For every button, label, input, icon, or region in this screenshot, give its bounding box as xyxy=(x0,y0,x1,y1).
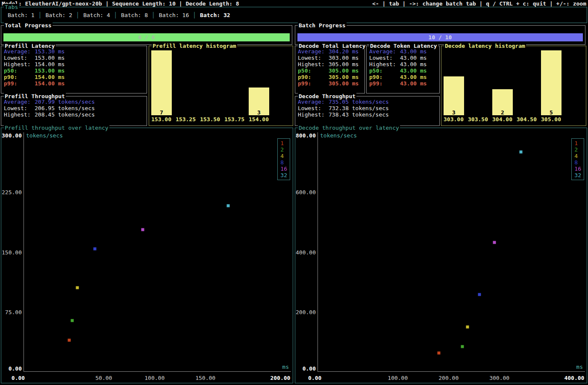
tabs-panel: Tabs Batch: 1│Batch: 2│Batch: 4│Batch: 8… xyxy=(1,7,587,23)
y-tick-label: 0.00 xyxy=(9,365,22,372)
hist-bar: 2 xyxy=(492,89,513,115)
stat-average: Average:304.20 ms xyxy=(298,48,362,55)
model-info: Model: EleutherAI/gpt-neox-20b | Sequenc… xyxy=(2,0,239,7)
hist-tick-label: 153.75 xyxy=(224,116,245,123)
stat-lowest: Lowest:732.38 tokens/secs xyxy=(298,105,437,111)
hist-bar-count: 3 xyxy=(444,109,464,116)
decode-latency-histogram: Decode latency histogram 325 303.00303.5… xyxy=(441,46,586,126)
hist-column: 3 xyxy=(249,50,269,115)
legend-item-batch-2: 2 xyxy=(280,146,287,153)
total-progress-title: Total Progress xyxy=(4,22,53,29)
stat-row-label: Lowest: xyxy=(4,55,35,61)
hist-tick-label: 154.00 xyxy=(249,116,269,123)
decode-total-latency-title: Decode Total Latency xyxy=(298,43,367,49)
decode-histogram-axis: 303.00303.50304.00304.50305.00 xyxy=(443,116,584,123)
hist-column xyxy=(517,50,537,115)
prefill-histogram-title: Prefill latency histogram xyxy=(152,43,237,49)
scatter-point-batch-16 xyxy=(141,228,144,231)
terminal-screen: Model: EleutherAI/gpt-neox-20b | Sequenc… xyxy=(0,0,588,385)
stat-row-label: p99: xyxy=(369,80,400,87)
decode-throughput-title: Decode Throughput xyxy=(298,93,356,99)
stat-lowest: Lowest:303.00 ms xyxy=(298,55,362,61)
decode-y-unit-label: tokens/secs xyxy=(320,132,357,139)
legend-item-batch-1: 1 xyxy=(574,140,581,146)
decode-token-latency-title: Decode Token Latency xyxy=(369,43,438,49)
stat-row-value: 153.30 ms xyxy=(35,48,65,55)
scatter-point-batch-16 xyxy=(493,241,496,244)
y-tick-label: 300.00 xyxy=(2,132,22,139)
scatter-point-batch-2 xyxy=(71,319,74,322)
x-tick-label: 0.00 xyxy=(12,375,25,381)
legend-item-batch-32: 32 xyxy=(574,172,581,178)
stat-average: Average:207.99 tokens/secs xyxy=(4,99,144,105)
x-tick-label: 50.00 xyxy=(95,375,112,381)
tab-batch-4[interactable]: Batch: 4 xyxy=(79,12,114,18)
legend-item-batch-16: 16 xyxy=(574,166,581,172)
hist-bar-count: 3 xyxy=(249,109,269,116)
stat-row-label: p90: xyxy=(369,74,400,80)
decode-scatter-x-axis: 0.00100.00200.00300.00400.00 xyxy=(297,373,585,381)
x-tick-label: 0.00 xyxy=(308,375,321,381)
stat-row-value: 43.00 ms xyxy=(400,74,427,80)
prefill-histogram-axis: 153.00153.25153.50153.75154.00 xyxy=(151,116,291,123)
tab-batch-2[interactable]: Batch: 2 xyxy=(41,12,76,18)
decode-token-latency-panel: Decode Token Latency Average:43.00 msLow… xyxy=(366,46,440,93)
stat-row-label: Highest: xyxy=(298,61,329,67)
tab-batch-1[interactable]: Batch: 1 xyxy=(4,12,38,18)
hist-column xyxy=(224,50,245,115)
decode-x-unit-label: ms xyxy=(576,364,583,370)
legend-item-batch-4: 4 xyxy=(280,153,287,159)
stat-row-value: 153.00 ms xyxy=(35,67,65,74)
stat-row-label: Highest: xyxy=(4,111,35,118)
y-tick-label: 600.00 xyxy=(296,189,316,195)
tab-batch-8[interactable]: Batch: 8 xyxy=(117,12,152,18)
stat-row-label: Highest: xyxy=(4,61,35,67)
prefill-y-unit-label: tokens/secs xyxy=(26,132,63,139)
tab-separator: │ xyxy=(114,12,118,18)
stat-lowest: Lowest:43.00 ms xyxy=(369,55,437,61)
decode-scatter-area: tokens/secs ms 12481632 xyxy=(318,132,585,372)
stat-row-value: 154.00 ms xyxy=(35,74,65,80)
hist-column: 2 xyxy=(492,50,513,115)
stat-row-label: Average: xyxy=(4,48,35,55)
stat-row-value: 305.00 ms xyxy=(329,67,359,74)
stat-highest: Highest:305.00 ms xyxy=(298,61,362,67)
tab-batch-32[interactable]: Batch: 32 xyxy=(196,12,234,18)
hist-bar: 5 xyxy=(541,50,562,115)
stat-row-label: p50: xyxy=(369,67,400,74)
prefill-scatter-title: Prefill throughput over latency xyxy=(4,125,109,131)
prefill-throughput-title: Prefill Throughput xyxy=(4,93,66,99)
tab-separator: │ xyxy=(152,12,155,18)
hist-tick-label: 153.00 xyxy=(151,116,172,123)
scatter-point-batch-4 xyxy=(466,326,469,329)
stat-row-value: 738.43 tokens/secs xyxy=(329,111,389,118)
y-tick-label: 75.00 xyxy=(5,309,22,315)
prefill-scatter-legend: 12481632 xyxy=(277,138,290,180)
hist-tick-label: 153.50 xyxy=(200,116,220,123)
stat-row-label: Highest: xyxy=(298,111,329,118)
tab-batch-16[interactable]: Batch: 16 xyxy=(155,12,193,18)
stat-average: Average:153.30 ms xyxy=(4,48,144,55)
stat-row-label: Average: xyxy=(369,48,400,55)
hist-column: 3 xyxy=(444,50,464,115)
prefill-throughput-stats: Average:207.99 tokens/secsLowest:206.95 … xyxy=(1,96,147,118)
hist-column xyxy=(200,50,220,115)
scatter-point-batch-32 xyxy=(227,204,230,207)
stat-row-value: 43.00 ms xyxy=(400,55,427,61)
hist-bar-count: 5 xyxy=(541,109,562,116)
decode-histogram-title: Decode latency histogram xyxy=(444,43,526,49)
stat-row-label: Lowest: xyxy=(369,55,400,61)
stat-row-value: 153.00 ms xyxy=(35,55,65,61)
scatter-point-batch-4 xyxy=(76,286,79,289)
stat-row-label: Average: xyxy=(298,99,329,105)
legend-item-batch-2: 2 xyxy=(574,146,581,153)
legend-item-batch-32: 32 xyxy=(280,172,287,178)
stat-average: Average:43.00 ms xyxy=(369,48,437,55)
total-progress-value: 6 / 6 xyxy=(3,33,290,41)
stat-row-value: 305.00 ms xyxy=(329,74,359,80)
y-tick-label: 225.00 xyxy=(2,189,22,195)
stat-p50: p50:305.00 ms xyxy=(298,67,362,74)
stat-row-label: p99: xyxy=(4,80,35,87)
stat-lowest: Lowest:153.00 ms xyxy=(4,55,144,61)
scatter-point-batch-2 xyxy=(461,345,464,348)
